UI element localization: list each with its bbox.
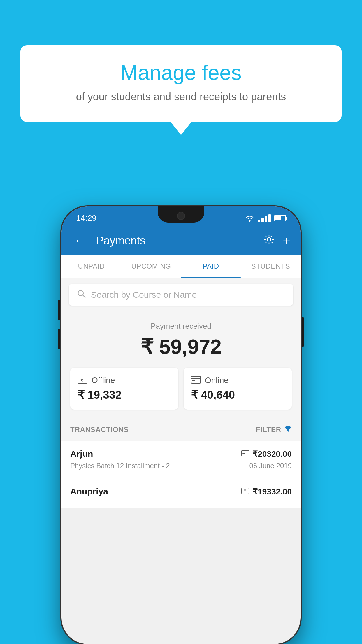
speech-bubble: Manage fees of your students and send re… bbox=[20, 45, 342, 122]
transaction-top: Arjun ₹20320.00 bbox=[70, 449, 292, 459]
phone-screen: 14:29 bbox=[61, 206, 301, 644]
svg-rect-12 bbox=[242, 453, 245, 454]
transaction-date: 06 June 2019 bbox=[249, 462, 292, 470]
volume-up-button bbox=[58, 300, 61, 320]
online-icon bbox=[191, 376, 201, 385]
transaction-top: Anupriya ₹ ₹19332.00 bbox=[70, 487, 292, 496]
gear-svg bbox=[263, 234, 275, 245]
search-input[interactable]: Search by Course or Name bbox=[91, 290, 197, 300]
transaction-amount-container: ₹20320.00 bbox=[241, 449, 292, 459]
payment-type-icon bbox=[241, 450, 249, 458]
wifi-icon bbox=[245, 214, 254, 222]
bubble-subtitle: of your students and send receipts to pa… bbox=[35, 90, 327, 104]
svg-text:₹: ₹ bbox=[80, 378, 83, 383]
offline-card-header: ₹ Offline bbox=[78, 376, 171, 385]
status-time: 14:29 bbox=[76, 214, 96, 223]
svg-point-0 bbox=[249, 220, 251, 222]
tabs-container: UNPAID UPCOMING PAID STUDENTS bbox=[61, 255, 301, 278]
tab-paid[interactable]: PAID bbox=[181, 255, 241, 278]
filter-label: FILTER bbox=[256, 426, 281, 434]
transactions-label: TRANSACTIONS bbox=[70, 426, 129, 434]
filter-container[interactable]: FILTER bbox=[256, 425, 292, 434]
online-label: Online bbox=[205, 376, 229, 385]
online-amount: ₹ 40,640 bbox=[191, 388, 284, 401]
signal-icon bbox=[258, 214, 271, 222]
battery-icon bbox=[274, 215, 286, 221]
tab-upcoming[interactable]: UPCOMING bbox=[121, 255, 181, 278]
transaction-row[interactable]: Anupriya ₹ ₹19332.00 bbox=[61, 478, 301, 508]
offline-amount: ₹ 19,332 bbox=[78, 388, 171, 401]
svg-rect-10 bbox=[242, 450, 249, 456]
speech-bubble-container: Manage fees of your students and send re… bbox=[20, 45, 342, 122]
transaction-name: Arjun bbox=[70, 449, 93, 459]
back-button[interactable]: ← bbox=[72, 232, 87, 249]
app-bar-actions: + bbox=[263, 234, 290, 248]
transaction-amount: ₹20320.00 bbox=[252, 449, 292, 459]
search-bar[interactable]: Search by Course or Name bbox=[69, 284, 293, 306]
online-card-header: Online bbox=[191, 376, 284, 385]
tab-unpaid[interactable]: UNPAID bbox=[61, 255, 121, 278]
tab-students[interactable]: STUDENTS bbox=[241, 255, 301, 278]
add-payment-button[interactable]: + bbox=[283, 234, 290, 248]
svg-point-1 bbox=[267, 238, 271, 241]
offline-payment-card: ₹ Offline ₹ 19,332 bbox=[70, 368, 178, 410]
filter-icon[interactable] bbox=[284, 425, 292, 434]
phone-mockup: 14:29 bbox=[61, 206, 301, 644]
power-button bbox=[301, 317, 304, 346]
app-bar: ← Payments + bbox=[61, 227, 301, 255]
transaction-amount: ₹19332.00 bbox=[252, 487, 292, 496]
search-container: Search by Course or Name bbox=[61, 278, 301, 312]
phone-body: 14:29 bbox=[61, 206, 301, 644]
payment-cards: ₹ Offline ₹ 19,332 bbox=[70, 368, 292, 410]
payment-type-icon: ₹ bbox=[241, 488, 249, 495]
phone-notch bbox=[158, 206, 204, 223]
front-camera bbox=[177, 212, 185, 220]
svg-line-3 bbox=[83, 295, 85, 298]
svg-rect-8 bbox=[192, 380, 195, 381]
settings-icon[interactable] bbox=[263, 234, 275, 248]
payment-total-amount: ₹ 59,972 bbox=[70, 335, 292, 359]
transaction-name: Anupriya bbox=[70, 487, 108, 496]
transaction-course: Physics Batch 12 Installment - 2 bbox=[70, 462, 170, 470]
status-icons bbox=[245, 214, 286, 222]
payment-received-label: Payment received bbox=[70, 322, 292, 331]
transaction-row[interactable]: Arjun ₹20320.00 Physics Batch 1 bbox=[61, 441, 301, 478]
online-payment-card: Online ₹ 40,640 bbox=[184, 368, 292, 410]
svg-text:₹: ₹ bbox=[244, 489, 246, 493]
search-icon bbox=[77, 289, 86, 300]
transaction-amount-container: ₹ ₹19332.00 bbox=[241, 487, 292, 496]
bubble-title: Manage fees bbox=[35, 61, 327, 84]
offline-label: Offline bbox=[92, 376, 115, 385]
volume-down-button bbox=[58, 329, 61, 349]
payment-summary-section: Payment received ₹ 59,972 ₹ Offl bbox=[61, 312, 301, 418]
svg-marker-9 bbox=[285, 426, 291, 432]
transactions-header: TRANSACTIONS FILTER bbox=[61, 418, 301, 441]
page-title: Payments bbox=[96, 235, 258, 247]
svg-rect-6 bbox=[191, 376, 201, 383]
transaction-bottom: Physics Batch 12 Installment - 2 06 June… bbox=[70, 462, 292, 470]
offline-icon: ₹ bbox=[78, 376, 87, 385]
